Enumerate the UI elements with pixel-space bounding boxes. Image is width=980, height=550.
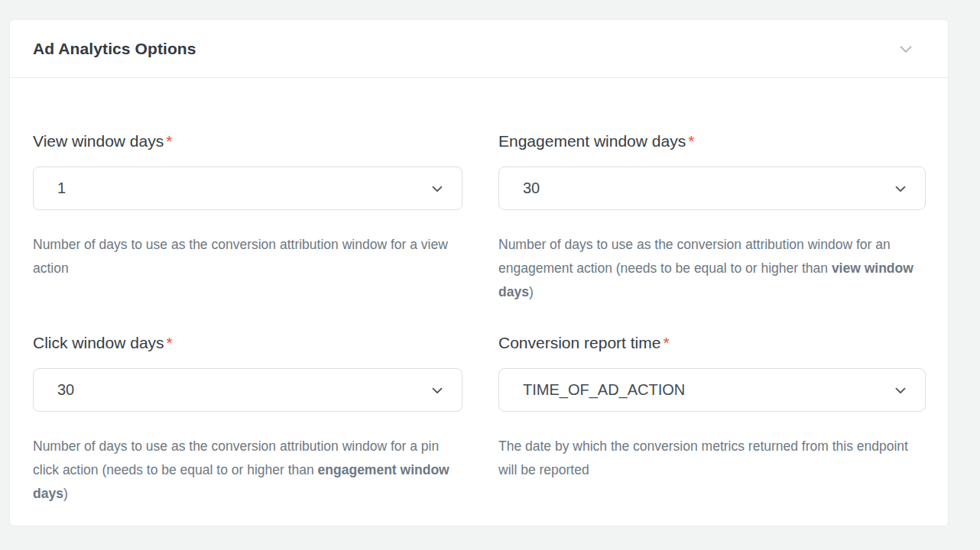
ad-analytics-options-panel: Ad Analytics Options View window days* 1… <box>9 19 949 526</box>
click-window-days-select[interactable]: 30 <box>33 368 462 412</box>
required-asterisk: * <box>166 132 172 150</box>
engagement-window-days-select[interactable]: 30 <box>498 167 926 210</box>
panel-title: Ad Analytics Options <box>33 40 196 58</box>
view-window-days-select[interactable]: 1 <box>33 167 462 210</box>
required-asterisk: * <box>688 132 694 150</box>
chevron-down-icon <box>891 180 910 198</box>
select-value: 30 <box>523 180 540 197</box>
select-value: TIME_OF_AD_ACTION <box>523 381 685 399</box>
chevron-down-icon <box>891 381 910 400</box>
select-value: 30 <box>57 381 74 399</box>
field-view-window-days: View window days* 1 Number of days to us… <box>33 131 462 304</box>
field-engagement-window-days: Engagement window days* 30 Number of day… <box>498 131 926 304</box>
required-asterisk: * <box>663 334 669 351</box>
chevron-down-icon <box>428 180 446 198</box>
field-helper-text: The date by which the conversion metrics… <box>498 435 926 482</box>
field-label: Engagement window days* <box>498 131 926 151</box>
field-helper-text: Number of days to use as the conversion … <box>33 435 461 506</box>
conversion-report-time-select[interactable]: TIME_OF_AD_ACTION <box>498 368 926 412</box>
panel-body: View window days* 1 Number of days to us… <box>10 78 948 506</box>
chevron-down-icon[interactable] <box>894 37 917 60</box>
field-label: Click window days* <box>33 333 462 353</box>
field-label: Conversion report time* <box>498 333 926 353</box>
field-helper-text: Number of days to use as the conversion … <box>498 233 926 304</box>
chevron-down-icon <box>428 381 446 400</box>
panel-header[interactable]: Ad Analytics Options <box>10 20 948 78</box>
required-asterisk: * <box>167 334 173 351</box>
field-label: View window days* <box>33 131 462 151</box>
field-conversion-report-time: Conversion report time* TIME_OF_AD_ACTIO… <box>498 333 926 506</box>
field-helper-text: Number of days to use as the conversion … <box>33 233 461 280</box>
field-click-window-days: Click window days* 30 Number of days to … <box>33 333 462 506</box>
select-value: 1 <box>57 180 66 197</box>
